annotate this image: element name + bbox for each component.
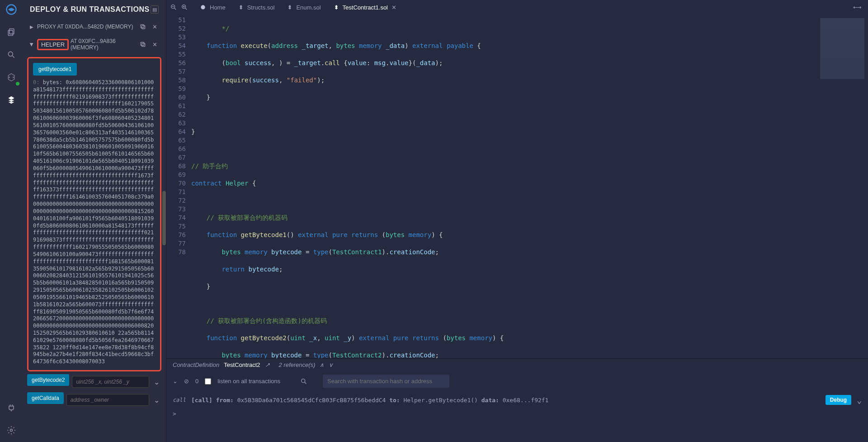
getcalldata-input[interactable] xyxy=(66,394,149,406)
getbytecode2-row: getBytecode2 ⌄ xyxy=(27,374,161,390)
goto-icon[interactable]: ↗ xyxy=(265,361,270,368)
expand-icon[interactable]: ⌄ xyxy=(152,378,161,386)
breadcrumb-name[interactable]: TestContract2 xyxy=(224,361,260,368)
tab-enum[interactable]: Enum.sol xyxy=(281,0,327,14)
listen-checkbox[interactable] xyxy=(205,378,211,385)
deploy-panel: DEPLOY & RUN TRANSACTIONS ▤ ▶ PROXY AT 0… xyxy=(23,0,166,442)
scrollbar-thumb[interactable] xyxy=(162,191,166,245)
tab-label: Enum.sol xyxy=(296,4,321,11)
search-icon[interactable] xyxy=(4,48,19,62)
nav-down-icon[interactable]: ∨ xyxy=(329,361,333,368)
remix-logo-icon[interactable] xyxy=(4,2,19,17)
close-icon[interactable]: ✕ xyxy=(151,23,159,31)
terminal-prompt[interactable]: > xyxy=(166,409,868,419)
contract-row-proxy[interactable]: ▶ PROXY AT 0XDDA...5482D (MEMORY) ✕ xyxy=(27,19,161,34)
pending-count: 0 xyxy=(195,378,198,385)
listen-label: listen on all transactions xyxy=(217,378,280,385)
svg-rect-6 xyxy=(142,26,145,29)
expand-caret-icon[interactable]: ▶ xyxy=(30,24,33,29)
getbytecode2-button[interactable]: getBytecode2 xyxy=(27,374,69,386)
svg-point-17 xyxy=(201,5,205,9)
getbytecode2-input[interactable] xyxy=(72,376,149,388)
svg-rect-2 xyxy=(8,30,13,36)
chevron-up-icon[interactable]: ⌄ xyxy=(173,378,178,385)
close-icon[interactable]: ✕ xyxy=(151,40,159,48)
getcalldata-button[interactable]: getCalldata xyxy=(27,392,64,404)
svg-rect-7 xyxy=(141,24,144,28)
expand-icon[interactable]: ⌄ xyxy=(152,396,161,404)
home-icon xyxy=(200,4,206,10)
getbytecode1-button[interactable]: getBytecode1 xyxy=(33,63,77,76)
breadcrumb-kind: ContractDefinition xyxy=(173,361,219,368)
collapse-caret-icon[interactable]: ▶ xyxy=(29,43,34,46)
clear-icon[interactable]: ⊘ xyxy=(184,378,189,385)
tab-label: Structs.sol xyxy=(247,4,275,11)
expand-log-icon[interactable]: ⌄ xyxy=(857,395,862,405)
tab-label: TestContract1.sol xyxy=(343,4,388,11)
tab-close-icon[interactable]: ✕ xyxy=(392,4,396,11)
solidity-icon xyxy=(287,5,292,10)
settings-icon[interactable] xyxy=(4,423,19,437)
tab-testcontract1[interactable]: TestContract1.sol ✕ xyxy=(327,0,403,14)
bytecode-output: 0: bytes: 0x6080604052336000806101000a81… xyxy=(33,79,156,366)
plugin-icon[interactable] xyxy=(4,400,19,415)
references-count: 2 reference(s) xyxy=(279,361,316,368)
debug-button[interactable]: Debug xyxy=(826,395,851,405)
files-icon[interactable] xyxy=(4,25,19,39)
tx-search-input[interactable] xyxy=(323,375,449,388)
svg-rect-1 xyxy=(9,29,14,34)
svg-point-3 xyxy=(8,52,13,56)
icon-sidebar xyxy=(0,0,23,442)
terminal-toolbar: ⌄ ⊘ 0 listen on all transactions xyxy=(166,371,868,391)
tab-label: Home xyxy=(210,4,226,11)
compiler-icon[interactable] xyxy=(4,70,19,85)
svg-rect-8 xyxy=(142,43,145,47)
code-content[interactable]: */ function execute(address _target, byt… xyxy=(191,14,816,358)
svg-line-12 xyxy=(175,8,176,10)
svg-line-19 xyxy=(305,382,306,384)
line-gutter: 5152535455565758596061626364656667686970… xyxy=(166,14,191,358)
panel-toggle-icon[interactable]: ▤ xyxy=(151,5,159,14)
solidity-icon xyxy=(334,5,339,10)
svg-line-4 xyxy=(13,56,14,58)
contract-row-helper[interactable]: ▶ HELPER AT 0X0FC...9A836 (MEMORY) ✕ xyxy=(27,34,161,54)
copy-icon[interactable] xyxy=(139,40,147,48)
terminal-log-row[interactable]: call [call] from: 0x5B38Da6a701c568545dC… xyxy=(166,391,868,409)
svg-rect-9 xyxy=(141,42,144,45)
terminal-pane: ContractDefinition TestContract2 ↗ 2 ref… xyxy=(166,358,868,442)
code-editor[interactable]: 5152535455565758596061626364656667686970… xyxy=(166,14,868,358)
contract-helper-label: HELPER xyxy=(37,39,69,50)
minimap[interactable] xyxy=(816,14,868,358)
main-area: Home Structs.sol Enum.sol TestContract1.… xyxy=(166,0,868,442)
contract-label: PROXY AT 0XDDA...5482D (MEMORY) xyxy=(37,24,135,30)
bytecode-result-box: getBytecode1 0: bytes: 0x608060405233600… xyxy=(27,57,161,371)
tab-structs[interactable]: Structs.sol xyxy=(232,0,281,14)
breadcrumb-bar: ContractDefinition TestContract2 ↗ 2 ref… xyxy=(166,359,868,371)
solidity-icon xyxy=(238,5,244,10)
svg-line-16 xyxy=(185,8,187,10)
search-icon[interactable] xyxy=(300,378,307,385)
call-badge: call xyxy=(173,397,186,403)
contract-addr: AT 0X0FC...9A836 (MEMORY) xyxy=(71,38,135,51)
panel-title: DEPLOY & RUN TRANSACTIONS xyxy=(30,5,150,14)
maximize-icon[interactable]: ⟷ xyxy=(847,4,868,11)
svg-point-18 xyxy=(302,379,305,382)
editor-tab-bar: Home Structs.sol Enum.sol TestContract1.… xyxy=(166,0,868,14)
tab-home[interactable]: Home xyxy=(193,0,232,14)
zoom-in-icon[interactable] xyxy=(181,4,188,11)
svg-point-5 xyxy=(10,429,13,432)
getcalldata-row: getCalldata ⌄ xyxy=(27,392,161,408)
deploy-icon[interactable] xyxy=(4,93,19,107)
copy-icon[interactable] xyxy=(139,23,147,31)
nav-up-icon[interactable]: ∧ xyxy=(320,361,324,368)
zoom-out-icon[interactable] xyxy=(170,4,177,11)
